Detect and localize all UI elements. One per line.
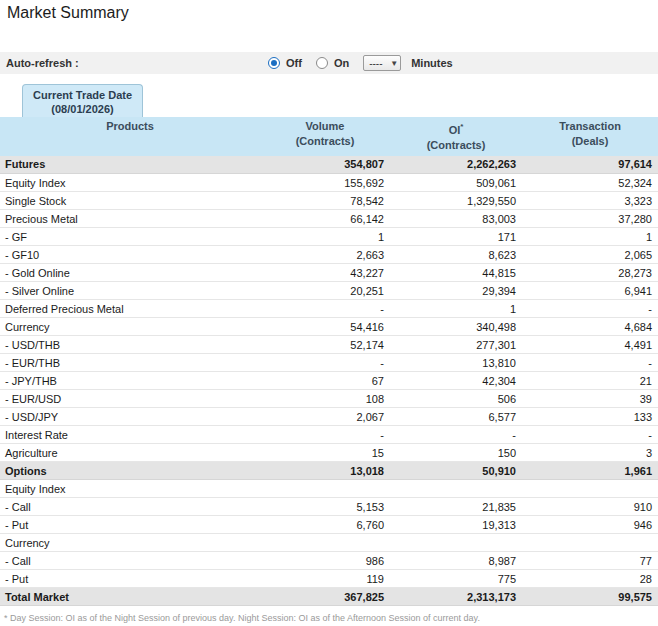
- volume-cell: [260, 480, 390, 498]
- volume-cell: 54,416: [260, 318, 390, 336]
- volume-cell: 2,663: [260, 246, 390, 264]
- oi-cell: 6,577: [390, 408, 522, 426]
- product-cell: - JPY/THB: [0, 372, 260, 390]
- oi-cell: [390, 534, 522, 552]
- oi-cell: 1,329,550: [390, 192, 522, 210]
- minutes-select[interactable]: ---- ▼: [363, 55, 401, 71]
- transaction-cell: 3,323: [522, 192, 658, 210]
- table-row: - Put11977528: [0, 570, 658, 588]
- market-summary-table: Products Volume(Contracts)OI*(Contracts)…: [0, 117, 658, 606]
- product-cell: Equity Index: [0, 480, 260, 498]
- product-cell: Single Stock: [0, 192, 260, 210]
- volume-cell: -: [260, 426, 390, 444]
- auto-refresh-on-label: On: [334, 57, 349, 69]
- transaction-cell: -: [522, 300, 658, 318]
- oi-cell: 29,394: [390, 282, 522, 300]
- volume-cell: 43,227: [260, 264, 390, 282]
- volume-cell: [260, 534, 390, 552]
- product-cell: Precious Metal: [0, 210, 260, 228]
- table-row: - GF11711: [0, 228, 658, 246]
- product-cell: - Silver Online: [0, 282, 260, 300]
- oi-cell: 506: [390, 390, 522, 408]
- column-header-products: Products: [0, 117, 260, 156]
- transaction-cell: 3: [522, 444, 658, 462]
- volume-cell: 78,542: [260, 192, 390, 210]
- transaction-cell: -: [522, 354, 658, 372]
- volume-cell: 20,251: [260, 282, 390, 300]
- table-row: Single Stock78,5421,329,5503,323: [0, 192, 658, 210]
- auto-refresh-bar: Auto-refresh : Off On ---- ▼ Minutes: [0, 52, 658, 74]
- product-cell: Interest Rate: [0, 426, 260, 444]
- auto-refresh-on-radio[interactable]: [316, 57, 328, 69]
- table-row: - Gold Online43,22744,81528,273: [0, 264, 658, 282]
- table-row: - Put6,76019,313946: [0, 516, 658, 534]
- product-cell: - EUR/USD: [0, 390, 260, 408]
- product-cell: - GF: [0, 228, 260, 246]
- oi-cell: 8,987: [390, 552, 522, 570]
- transaction-cell: 4,684: [522, 318, 658, 336]
- table-row: Options13,01850,9101,961: [0, 462, 658, 480]
- oi-cell: 21,835: [390, 498, 522, 516]
- volume-cell: 354,807: [260, 156, 390, 174]
- product-cell: Options: [0, 462, 260, 480]
- table-row: - USD/JPY2,0676,577133: [0, 408, 658, 426]
- product-cell: Currency: [0, 318, 260, 336]
- table-row: Currency: [0, 534, 658, 552]
- oi-cell: 50,910: [390, 462, 522, 480]
- table-row: Interest Rate---: [0, 426, 658, 444]
- tab-line2: (08/01/2026): [33, 102, 132, 116]
- transaction-cell: -: [522, 426, 658, 444]
- table-row: Currency54,416340,4984,684: [0, 318, 658, 336]
- table-row: - EUR/THB-13,810-: [0, 354, 658, 372]
- oi-cell: 340,498: [390, 318, 522, 336]
- page-title: Market Summary: [7, 4, 129, 22]
- volume-cell: 13,018: [260, 462, 390, 480]
- volume-cell: 52,174: [260, 336, 390, 354]
- table-row: - JPY/THB6742,30421: [0, 372, 658, 390]
- product-cell: - USD/THB: [0, 336, 260, 354]
- oi-cell: 44,815: [390, 264, 522, 282]
- auto-refresh-label: Auto-refresh :: [0, 57, 79, 69]
- product-cell: Currency: [0, 534, 260, 552]
- table-header-row: Products Volume(Contracts)OI*(Contracts)…: [0, 117, 658, 156]
- table-row: Equity Index155,692509,06152,324: [0, 174, 658, 192]
- volume-cell: 15: [260, 444, 390, 462]
- oi-cell: 1: [390, 300, 522, 318]
- transaction-cell: 21: [522, 372, 658, 390]
- table-row: - GF102,6638,6232,065: [0, 246, 658, 264]
- transaction-cell: 910: [522, 498, 658, 516]
- table-row: Futures354,8072,262,26397,614: [0, 156, 658, 174]
- oi-cell: 775: [390, 570, 522, 588]
- volume-cell: 6,760: [260, 516, 390, 534]
- auto-refresh-off-radio[interactable]: [268, 57, 280, 69]
- column-header-volume: Volume(Contracts): [260, 117, 390, 156]
- volume-cell: -: [260, 300, 390, 318]
- product-cell: Deferred Precious Metal: [0, 300, 260, 318]
- table-row: Equity Index: [0, 480, 658, 498]
- table-row: - USD/THB52,174277,3014,491: [0, 336, 658, 354]
- table-row: - EUR/USD10850639: [0, 390, 658, 408]
- oi-cell: 13,810: [390, 354, 522, 372]
- volume-cell: 986: [260, 552, 390, 570]
- transaction-cell: 77: [522, 552, 658, 570]
- product-cell: - GF10: [0, 246, 260, 264]
- transaction-cell: 97,614: [522, 156, 658, 174]
- volume-cell: 2,067: [260, 408, 390, 426]
- table-row: - Silver Online20,25129,3946,941: [0, 282, 658, 300]
- transaction-cell: 99,575: [522, 588, 658, 606]
- transaction-cell: 133: [522, 408, 658, 426]
- table-row: Total Market367,8252,313,17399,575: [0, 588, 658, 606]
- table-row: - Call9868,98777: [0, 552, 658, 570]
- table-row: Precious Metal66,14283,00337,280: [0, 210, 658, 228]
- tab-current-trade-date[interactable]: Current Trade Date (08/01/2026): [22, 84, 143, 118]
- transaction-cell: [522, 534, 658, 552]
- product-cell: Agriculture: [0, 444, 260, 462]
- oi-cell: 150: [390, 444, 522, 462]
- volume-cell: 67: [260, 372, 390, 390]
- oi-cell: 171: [390, 228, 522, 246]
- volume-cell: 155,692: [260, 174, 390, 192]
- oi-cell: 83,003: [390, 210, 522, 228]
- auto-refresh-controls: Off On ---- ▼ Minutes: [268, 52, 453, 74]
- product-cell: Equity Index: [0, 174, 260, 192]
- transaction-cell: 946: [522, 516, 658, 534]
